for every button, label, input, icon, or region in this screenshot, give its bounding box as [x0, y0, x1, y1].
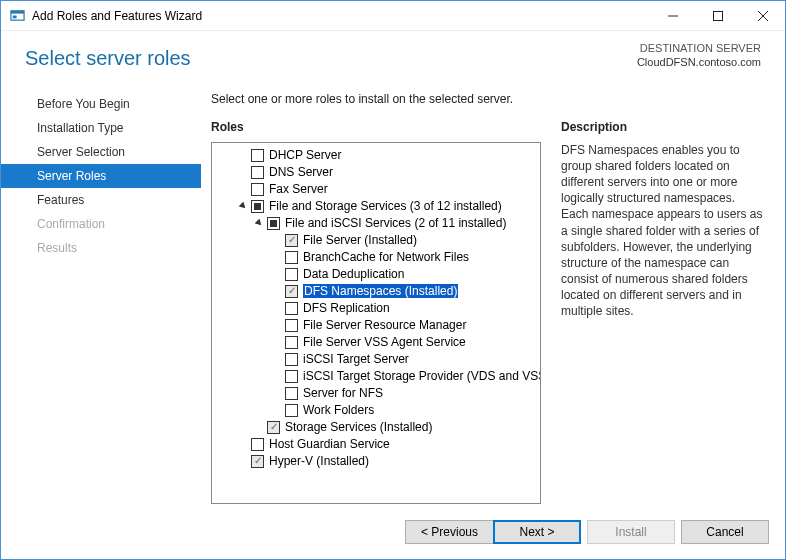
role-checkbox[interactable] [285, 285, 298, 298]
role-checkbox[interactable] [285, 336, 298, 349]
role-tree-item[interactable]: Server for NFS [212, 385, 540, 402]
role-checkbox[interactable] [267, 217, 280, 230]
wizard-step[interactable]: Server Selection [1, 140, 201, 164]
role-label: Data Deduplication [303, 267, 404, 281]
role-tree-item[interactable]: DNS Server [212, 164, 540, 181]
role-label: File Server VSS Agent Service [303, 335, 466, 349]
role-label: iSCSI Target Server [303, 352, 409, 366]
role-checkbox[interactable] [285, 268, 298, 281]
description-heading: Description [561, 120, 765, 134]
role-checkbox[interactable] [285, 404, 298, 417]
role-label: DNS Server [269, 165, 333, 179]
svg-rect-4 [713, 11, 722, 20]
window-title: Add Roles and Features Wizard [32, 9, 650, 23]
role-tree-item[interactable]: DFS Namespaces (Installed) [212, 283, 540, 300]
role-label: BranchCache for Network Files [303, 250, 469, 264]
wizard-step: Confirmation [1, 212, 201, 236]
wizard-step[interactable]: Before You Begin [1, 92, 201, 116]
role-tree-item[interactable]: Data Deduplication [212, 266, 540, 283]
roles-tree-container: DHCP ServerDNS ServerFax ServerFile and … [211, 142, 541, 504]
role-tree-item[interactable]: File Server Resource Manager [212, 317, 540, 334]
wizard-step[interactable]: Server Roles [1, 164, 201, 188]
wizard-step[interactable]: Features [1, 188, 201, 212]
role-label: File and iSCSI Services (2 of 11 install… [285, 216, 506, 230]
role-label: iSCSI Target Storage Provider (VDS and V… [303, 369, 540, 383]
role-label: File Server Resource Manager [303, 318, 466, 332]
role-label: Work Folders [303, 403, 374, 417]
role-checkbox[interactable] [251, 455, 264, 468]
wizard-window: Add Roles and Features Wizard Select ser… [0, 0, 786, 560]
role-tree-item[interactable]: File and Storage Services (3 of 12 insta… [212, 198, 540, 215]
role-label: File Server (Installed) [303, 233, 417, 247]
svg-rect-1 [11, 11, 24, 14]
role-label: Server for NFS [303, 386, 383, 400]
role-label: Host Guardian Service [269, 437, 390, 451]
role-checkbox[interactable] [285, 370, 298, 383]
role-checkbox[interactable] [251, 166, 264, 179]
next-button[interactable]: Next > [493, 520, 581, 544]
wizard-step[interactable]: Installation Type [1, 116, 201, 140]
collapse-icon[interactable] [252, 219, 267, 228]
role-label: DFS Namespaces (Installed) [303, 284, 458, 298]
wizard-steps-sidebar: Before You BeginInstallation TypeServer … [1, 74, 201, 504]
app-icon [9, 7, 26, 24]
role-checkbox[interactable] [251, 183, 264, 196]
install-button: Install [587, 520, 675, 544]
role-tree-item[interactable]: DHCP Server [212, 147, 540, 164]
description-text: DFS Namespaces enables you to group shar… [561, 142, 765, 320]
role-tree-item[interactable]: iSCSI Target Storage Provider (VDS and V… [212, 368, 540, 385]
role-label: File and Storage Services (3 of 12 insta… [269, 199, 502, 213]
header: Select server roles DESTINATION SERVER C… [1, 31, 785, 74]
role-tree-item[interactable]: DFS Replication [212, 300, 540, 317]
destination-block: DESTINATION SERVER CloudDFSN.contoso.com [637, 41, 761, 70]
destination-server-name: CloudDFSN.contoso.com [637, 55, 761, 69]
role-checkbox[interactable] [285, 387, 298, 400]
role-checkbox[interactable] [251, 200, 264, 213]
role-label: Hyper-V (Installed) [269, 454, 369, 468]
maximize-button[interactable] [695, 1, 740, 30]
svg-rect-2 [13, 16, 17, 19]
wizard-step: Results [1, 236, 201, 260]
roles-tree[interactable]: DHCP ServerDNS ServerFax ServerFile and … [212, 143, 540, 503]
role-tree-item[interactable]: Storage Services (Installed) [212, 419, 540, 436]
role-label: Storage Services (Installed) [285, 420, 432, 434]
role-tree-item[interactable]: File and iSCSI Services (2 of 11 install… [212, 215, 540, 232]
body: Before You BeginInstallation TypeServer … [1, 74, 785, 504]
instruction-text: Select one or more roles to install on t… [211, 92, 765, 106]
role-checkbox[interactable] [251, 438, 264, 451]
role-tree-item[interactable]: Host Guardian Service [212, 436, 540, 453]
role-tree-item[interactable]: File Server (Installed) [212, 232, 540, 249]
role-label: DFS Replication [303, 301, 390, 315]
page-title: Select server roles [25, 47, 191, 70]
role-tree-item[interactable]: Fax Server [212, 181, 540, 198]
role-checkbox[interactable] [251, 149, 264, 162]
role-checkbox[interactable] [267, 421, 280, 434]
collapse-icon[interactable] [236, 202, 251, 211]
main-panel: Select one or more roles to install on t… [201, 74, 785, 504]
footer: < Previous Next > Install Cancel [1, 504, 785, 559]
role-label: DHCP Server [269, 148, 341, 162]
role-checkbox[interactable] [285, 251, 298, 264]
role-label: Fax Server [269, 182, 328, 196]
minimize-button[interactable] [650, 1, 695, 30]
role-tree-item[interactable]: File Server VSS Agent Service [212, 334, 540, 351]
role-checkbox[interactable] [285, 353, 298, 366]
cancel-button[interactable]: Cancel [681, 520, 769, 544]
close-button[interactable] [740, 1, 785, 30]
titlebar: Add Roles and Features Wizard [1, 1, 785, 31]
role-tree-item[interactable]: Hyper-V (Installed) [212, 453, 540, 470]
role-checkbox[interactable] [285, 234, 298, 247]
previous-button[interactable]: < Previous [405, 520, 493, 544]
role-checkbox[interactable] [285, 319, 298, 332]
destination-label: DESTINATION SERVER [637, 41, 761, 55]
roles-heading: Roles [211, 120, 541, 134]
role-checkbox[interactable] [285, 302, 298, 315]
role-tree-item[interactable]: iSCSI Target Server [212, 351, 540, 368]
role-tree-item[interactable]: Work Folders [212, 402, 540, 419]
role-tree-item[interactable]: BranchCache for Network Files [212, 249, 540, 266]
